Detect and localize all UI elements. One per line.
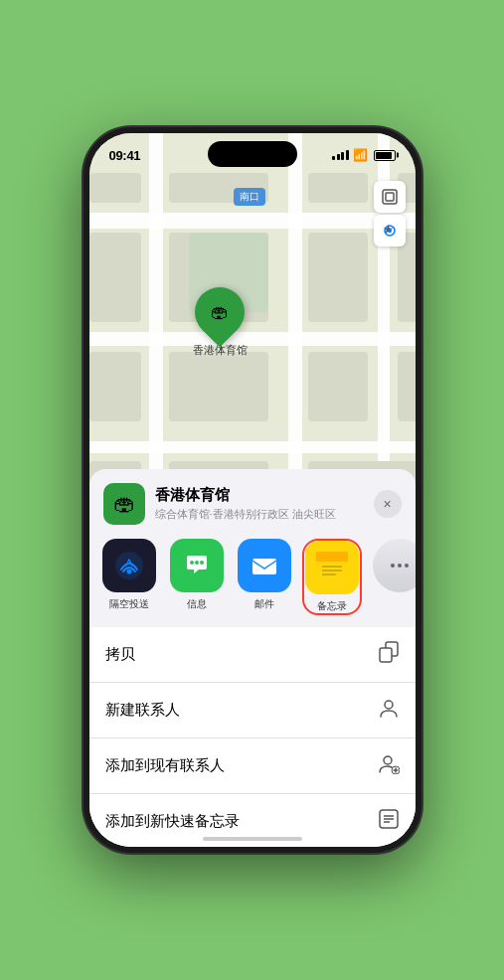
venue-icon: 🏟: [103, 483, 145, 525]
map-layers-button[interactable]: [374, 181, 406, 213]
airdrop-label: 隔空投送: [109, 597, 149, 611]
share-item-more[interactable]: [370, 539, 416, 615]
share-item-mail[interactable]: 邮件: [235, 539, 294, 615]
svg-rect-1: [386, 193, 394, 201]
svg-point-19: [405, 564, 409, 568]
action-new-contact[interactable]: 新建联系人: [89, 683, 416, 738]
add-existing-contact-icon: [378, 752, 400, 779]
svg-point-22: [385, 701, 393, 709]
svg-point-18: [398, 564, 402, 568]
home-indicator: [203, 837, 302, 841]
copy-icon: [378, 641, 400, 668]
airdrop-icon-box: [102, 539, 156, 592]
action-copy-label: 拷贝: [105, 645, 135, 664]
svg-rect-11: [252, 559, 276, 574]
quick-note-icon: [378, 808, 400, 835]
map-area[interactable]: 南口 🏟 香港体育馆: [89, 133, 416, 521]
share-item-messages[interactable]: 信息: [167, 539, 227, 615]
messages-label: 信息: [187, 597, 207, 611]
signal-icon: [332, 150, 349, 160]
north-label: 南口: [234, 188, 265, 206]
action-add-existing-label: 添加到现有联系人: [105, 756, 225, 775]
svg-rect-21: [380, 648, 392, 662]
mail-label: 邮件: [254, 597, 274, 611]
pin-inner: 🏟: [202, 294, 238, 330]
new-contact-icon: [378, 697, 400, 724]
svg-point-4: [115, 552, 143, 579]
svg-point-5: [126, 570, 131, 574]
notes-icon-box: [305, 541, 359, 594]
share-item-notes[interactable]: 备忘录: [302, 539, 362, 615]
svg-point-8: [195, 561, 199, 565]
action-list: 拷贝 新建联系人: [89, 627, 416, 847]
map-btn-group: [374, 181, 406, 246]
messages-icon-box: [170, 539, 224, 592]
svg-point-3: [388, 229, 392, 233]
action-add-existing[interactable]: 添加到现有联系人: [89, 738, 416, 794]
action-copy[interactable]: 拷贝: [89, 627, 416, 683]
dynamic-island: [208, 141, 297, 167]
close-button[interactable]: ×: [374, 490, 402, 518]
action-add-quick-note-label: 添加到新快速备忘录: [105, 812, 240, 831]
notes-label: 备忘录: [317, 599, 347, 613]
venue-name: 香港体育馆: [155, 486, 364, 505]
pin-circle: 🏟: [185, 277, 255, 348]
sheet-header: 🏟 香港体育馆 综合体育馆·香港特别行政区 油尖旺区 ×: [89, 469, 416, 525]
wifi-icon: 📶: [353, 148, 368, 162]
phone-frame: 09:41 📶: [84, 127, 421, 853]
map-location-button[interactable]: [374, 215, 406, 246]
bottom-sheet: 🏟 香港体育馆 综合体育馆·香港特别行政区 油尖旺区 ×: [89, 469, 416, 847]
action-new-contact-label: 新建联系人: [105, 701, 180, 720]
share-item-airdrop[interactable]: 隔空投送: [99, 539, 159, 615]
phone-screen: 09:41 📶: [89, 133, 416, 847]
mail-icon-box: [238, 539, 291, 592]
svg-point-9: [200, 561, 204, 565]
svg-point-17: [391, 564, 395, 568]
share-row: 隔空投送 信息: [89, 525, 416, 621]
venue-subtitle: 综合体育馆·香港特别行政区 油尖旺区: [155, 507, 364, 522]
more-icon: [373, 539, 416, 592]
location-pin[interactable]: 🏟 香港体育馆: [193, 287, 248, 358]
svg-point-23: [384, 756, 392, 764]
status-right: 📶: [332, 148, 396, 162]
status-time: 09:41: [109, 148, 141, 163]
svg-point-7: [190, 561, 194, 565]
venue-info: 香港体育馆 综合体育馆·香港特别行政区 油尖旺区: [155, 486, 364, 522]
svg-rect-0: [383, 190, 397, 204]
svg-rect-13: [316, 552, 348, 562]
battery-icon: [374, 150, 396, 161]
